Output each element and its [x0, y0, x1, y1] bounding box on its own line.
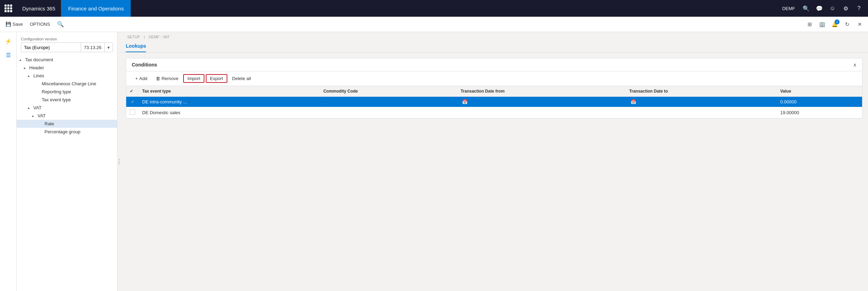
row1-commodity-dropdown[interactable]: ▾: [323, 100, 454, 104]
row1-value[interactable]: 0.00000: [777, 97, 862, 107]
remove-button[interactable]: 🗑 Remove: [152, 74, 182, 83]
breadcrumb: SETUP | DEMF : VAT: [120, 32, 868, 40]
tree-label-header: Header: [29, 65, 114, 70]
close-icon[interactable]: ✕: [854, 19, 865, 30]
row1-dropdown-arrow-icon[interactable]: ▾: [188, 100, 190, 104]
row2-date-to[interactable]: [626, 107, 777, 118]
tree-label-lines: Lines: [33, 73, 114, 78]
user-company-label: DEMF: [778, 6, 799, 11]
tree-arrow-tax-document: ▴: [19, 58, 25, 62]
breadcrumb-separator: |: [144, 35, 145, 39]
top-bar-right-actions: DEMF 🔍 💬 ☺ ⚙ ?: [778, 2, 868, 15]
tree-item-header[interactable]: ▴ Header: [17, 64, 117, 72]
row2-tax-event-type[interactable]: DE Domestic sales: [139, 107, 320, 118]
waffle-icon: [5, 5, 12, 12]
conditions-collapse-button[interactable]: ∧: [853, 62, 857, 68]
export-button[interactable]: Export: [206, 74, 227, 83]
config-version-section: Configuration version Tax (Europe) 73.13…: [17, 35, 117, 56]
row1-tax-event-type[interactable]: DE intra-community ... ▾: [139, 97, 320, 107]
filter-icon[interactable]: ⚡: [2, 35, 15, 47]
row1-commodity-code[interactable]: ▾: [320, 97, 457, 107]
import-button[interactable]: Import: [183, 74, 204, 83]
table-row[interactable]: DE Domestic sales 19.00000: [126, 107, 862, 118]
row1-tax-event-value: DE intra-community ...: [142, 99, 187, 104]
tree-item-reporting-type[interactable]: Reporting type: [17, 88, 117, 96]
column-transaction-date-to: Transaction Date to: [626, 86, 777, 97]
tree-item-vat[interactable]: ▴ VAT: [17, 104, 117, 112]
table-row[interactable]: ✓ DE intra-community ... ▾ ▾: [126, 97, 862, 107]
tree-arrow-lines: ▴: [28, 74, 33, 78]
add-icon: +: [135, 76, 138, 81]
breadcrumb-setup: SETUP: [127, 35, 140, 39]
options-button[interactable]: OPTIONS: [27, 20, 53, 28]
finance-operations-label: Finance and Operations: [68, 6, 124, 11]
brand-area: Dynamics 365 Finance and Operations: [17, 0, 131, 17]
row1-date-from[interactable]: 📅: [457, 97, 626, 107]
add-button[interactable]: + Add: [132, 74, 151, 83]
tree-item-rate[interactable]: Rate: [17, 120, 117, 128]
tree-item-percentage-group[interactable]: Percentage group: [17, 128, 117, 136]
row1-tax-event-dropdown[interactable]: DE intra-community ... ▾: [142, 99, 316, 104]
tree-label-vat-inner: VAT: [38, 113, 114, 118]
top-navigation-bar: Dynamics 365 Finance and Operations DEMF…: [0, 0, 868, 17]
tree-item-tax-document[interactable]: ▴ Tax document: [17, 56, 117, 64]
tree-item-vat-inner[interactable]: ▴ VAT: [17, 112, 117, 120]
config-version-select[interactable]: Tax (Europe) 73.13.26 ▾: [21, 42, 113, 52]
table-header-row: ✓ Tax event type Commodity Code Transact…: [126, 86, 862, 97]
import-label: Import: [187, 76, 200, 81]
config-name-value: Tax (Europe): [21, 45, 81, 50]
conditions-title: Conditions: [132, 62, 157, 68]
notification-icon[interactable]: 🔔 0: [829, 19, 840, 30]
help-button[interactable]: ?: [853, 2, 865, 15]
row1-checkbox-cell[interactable]: ✓: [126, 97, 139, 107]
row2-value[interactable]: 19.00000: [777, 107, 862, 118]
waffle-menu-button[interactable]: [0, 0, 17, 17]
row2-date-from[interactable]: [457, 107, 626, 118]
row1-commodity-arrow-icon[interactable]: ▾: [325, 100, 326, 104]
config-version-label: Configuration version: [21, 37, 113, 41]
column-checkbox: ✓: [126, 86, 139, 97]
action-toolbar: 💾 Save OPTIONS 🔍 ⊞ 🏢 🔔 0 ↻ ✕: [0, 17, 868, 32]
tree-item-lines[interactable]: ▴ Lines: [17, 72, 117, 80]
tree-label-tax-document: Tax document: [25, 57, 114, 62]
tree-label-percentage-group: Percentage group: [44, 129, 114, 134]
main-layout: ⚡ ☰ Configuration version Tax (Europe) 7…: [0, 32, 868, 291]
save-label: Save: [13, 22, 23, 27]
column-transaction-date-from: Transaction Date from: [457, 86, 626, 97]
settings-button[interactable]: ⚙: [839, 2, 852, 15]
row1-date-from-calendar-icon[interactable]: 📅: [462, 99, 468, 104]
tree-label-reporting-type: Reporting type: [42, 89, 114, 94]
dynamics365-brand: Dynamics 365: [17, 0, 61, 17]
row1-date-to-calendar-icon[interactable]: 📅: [631, 99, 636, 104]
row2-checkbox-cell[interactable]: [126, 107, 139, 118]
tree-item-tax-event-type[interactable]: Tax event type: [17, 96, 117, 104]
tree-label-vat: VAT: [33, 105, 114, 110]
row1-date-from-cell[interactable]: 📅: [461, 99, 622, 104]
row2-commodity-code[interactable]: [320, 107, 457, 118]
tree-label-tax-event-type: Tax event type: [42, 97, 114, 102]
resize-handle[interactable]: [117, 32, 120, 291]
save-icon: 💾: [6, 22, 11, 27]
row1-date-to[interactable]: 📅: [626, 97, 777, 107]
office-icon[interactable]: 🏢: [817, 19, 828, 30]
refresh-icon[interactable]: ↻: [842, 19, 853, 30]
add-label: Add: [139, 76, 147, 81]
tree-item-misc-charge-line[interactable]: Miscellaneous Charge Line: [17, 80, 117, 88]
config-dropdown-arrow[interactable]: ▾: [104, 43, 113, 52]
delete-all-label: Delete all: [232, 76, 251, 81]
column-value: Value: [777, 86, 862, 97]
row1-date-to-cell[interactable]: 📅: [629, 99, 773, 104]
delete-all-button[interactable]: Delete all: [229, 74, 254, 83]
grid-view-icon[interactable]: ⊞: [804, 19, 815, 30]
save-button[interactable]: 💾 Save: [3, 20, 26, 28]
export-label: Export: [210, 76, 223, 81]
conditions-table: ✓ Tax event type Commodity Code Transact…: [126, 86, 862, 118]
user-profile-button[interactable]: ☺: [826, 2, 839, 15]
conditions-header: Conditions ∧: [126, 58, 862, 71]
menu-icon[interactable]: ☰: [2, 49, 15, 61]
toolbar-search-button[interactable]: 🔍: [56, 19, 65, 29]
chat-button[interactable]: 💬: [813, 2, 826, 15]
drag-dots-icon: [119, 159, 120, 164]
search-button[interactable]: 🔍: [800, 2, 812, 15]
tab-lookups[interactable]: Lookups: [126, 40, 146, 52]
